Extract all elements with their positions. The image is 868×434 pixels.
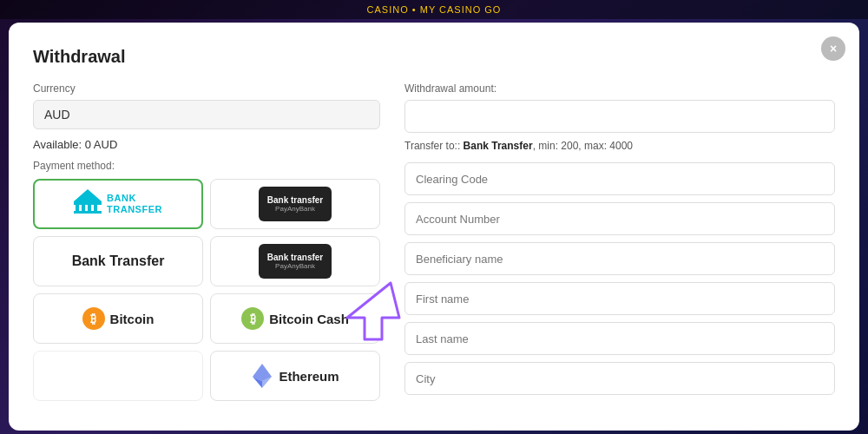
account-number-input[interactable]	[404, 202, 835, 235]
first-name-input[interactable]	[404, 282, 835, 315]
top-bar: CASINO • MY CASINO GO	[0, 0, 868, 19]
currency-label: Currency	[33, 82, 380, 95]
modal: Withdrawal × Currency AUD Available: 0 A…	[9, 23, 859, 431]
svg-rect-4	[94, 205, 97, 212]
close-button[interactable]: ×	[821, 36, 845, 61]
payment-bitcoin[interactable]: ₿ Bitcoin	[33, 293, 203, 344]
withdrawal-amount-label: Withdrawal amount:	[404, 82, 835, 95]
payment-method-label: Payment method:	[33, 160, 380, 172]
ethereum-icon	[251, 365, 273, 387]
bitcoin-cash-label: Bitcoin Cash	[269, 312, 349, 326]
payment-payanybank-1[interactable]: Bank transfer PayAnyBank	[210, 179, 380, 229]
currency-select[interactable]: AUD	[33, 100, 380, 129]
svg-rect-2	[82, 205, 85, 212]
payment-bitcoin-cash[interactable]: ₿ Bitcoin Cash	[210, 293, 380, 344]
top-bar-text: CASINO • MY CASINO GO	[367, 4, 502, 15]
svg-rect-3	[88, 205, 91, 212]
bitcoin-label: Bitcoin	[110, 312, 155, 326]
beneficiary-name-input[interactable]	[404, 242, 835, 275]
bitcoin-icon: ₿	[82, 307, 105, 330]
available-balance: Available: 0 AUD	[33, 138, 380, 151]
bitcoin-cash-icon: ₿	[241, 307, 264, 330]
clearing-code-input[interactable]	[404, 162, 835, 195]
payanybank2-sub: PayAnyBank	[275, 262, 315, 270]
payment-ethereum[interactable]: Ethereum	[210, 351, 380, 401]
payment-payanybank-2[interactable]: Bank transfer PayAnyBank	[210, 236, 380, 286]
transfer-info: Transfer to:: Bank Transfer, min: 200, m…	[404, 140, 835, 152]
withdrawal-amount-input[interactable]	[404, 100, 835, 133]
left-panel: Currency AUD Available: 0 AUD Payment me…	[33, 82, 380, 417]
payment-bank-transfer-logo[interactable]: BANKTRANSFER	[33, 179, 203, 229]
bank-transfer-label: BANKTRANSFER	[107, 193, 162, 215]
payanybank-sub: PayAnyBank	[275, 205, 315, 213]
payment-empty[interactable]	[33, 351, 203, 401]
payanybank2-label: Bank transfer	[267, 253, 323, 262]
svg-rect-5	[74, 211, 102, 214]
payment-methods-grid: BANKTRANSFER Bank transfer PayAnyBank Ba…	[33, 179, 380, 401]
right-panel: Withdrawal amount: Transfer to:: Bank Tr…	[404, 82, 835, 417]
svg-marker-6	[74, 189, 102, 201]
modal-body: Currency AUD Available: 0 AUD Payment me…	[33, 82, 835, 417]
bank-transfer-text-label: Bank Transfer	[72, 253, 165, 269]
last-name-input[interactable]	[404, 322, 835, 355]
bank-icon	[74, 189, 102, 219]
svg-rect-0	[74, 201, 102, 205]
ethereum-label: Ethereum	[279, 369, 339, 384]
city-input[interactable]	[404, 362, 835, 395]
payment-bank-transfer-text[interactable]: Bank Transfer	[33, 236, 203, 286]
svg-rect-1	[76, 205, 79, 212]
payanybank-label: Bank transfer	[267, 195, 323, 205]
modal-title: Withdrawal	[33, 47, 835, 67]
